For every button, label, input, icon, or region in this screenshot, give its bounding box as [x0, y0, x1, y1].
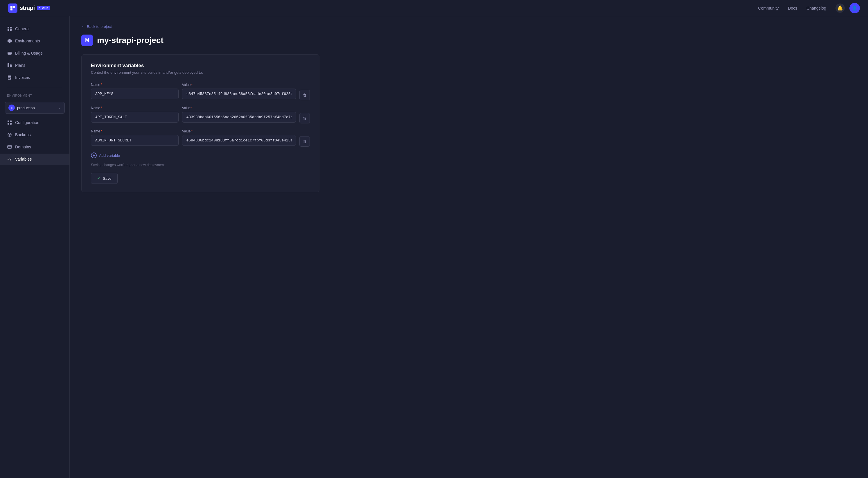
- sidebar-item-domains-label: Domains: [15, 145, 31, 149]
- svg-rect-1: [13, 6, 15, 8]
- env-section-label: Environment: [0, 93, 69, 100]
- sidebar-item-variables-label: Variables: [15, 157, 32, 161]
- back-to-project-link[interactable]: ← Back to project: [81, 24, 857, 29]
- variable-row-2: Name* Value* 🗑: [91, 106, 310, 123]
- svg-rect-17: [10, 121, 11, 122]
- svg-rect-6: [10, 29, 11, 31]
- var-value-group-3: Value*: [182, 129, 296, 146]
- trash-icon: 🗑: [303, 116, 307, 121]
- delete-variable-button-3[interactable]: 🗑: [300, 136, 310, 147]
- environments-icon: [7, 38, 12, 43]
- svg-rect-5: [7, 29, 9, 31]
- avatar[interactable]: 👤: [849, 3, 860, 13]
- env-variables-card: Environment variables Control the enviro…: [81, 54, 319, 192]
- var-name-input-3[interactable]: [91, 135, 179, 146]
- sidebar-item-invoices[interactable]: Invoices: [0, 72, 69, 83]
- var-value-input-3[interactable]: [182, 135, 296, 146]
- var-name-group-3: Name*: [91, 129, 179, 146]
- var-name-group-1: Name*: [91, 83, 179, 99]
- svg-rect-15: [8, 78, 10, 79]
- sidebar-item-configuration[interactable]: Configuration: [0, 117, 69, 128]
- general-icon: [7, 26, 12, 31]
- svg-rect-14: [8, 77, 11, 78]
- save-note: Saving changes won't trigger a new deplo…: [91, 163, 310, 167]
- svg-rect-16: [7, 121, 9, 122]
- arrow-left-icon: ←: [81, 24, 85, 29]
- required-asterisk: *: [101, 129, 102, 133]
- sidebar-item-plans[interactable]: Plans: [0, 60, 69, 71]
- svg-rect-10: [7, 63, 9, 67]
- backups-icon: [7, 132, 12, 137]
- sidebar-item-variables[interactable]: </> Variables: [0, 154, 69, 165]
- check-icon: ✓: [97, 176, 100, 181]
- avatar-initial: 👤: [852, 5, 858, 11]
- var-name-label-1: Name*: [91, 83, 179, 87]
- var-name-label-2: Name*: [91, 106, 179, 110]
- env-selector-icon: p: [8, 104, 15, 111]
- sidebar-item-backups[interactable]: Backups: [0, 129, 69, 140]
- save-button[interactable]: ✓ Save: [91, 173, 118, 184]
- sidebar-item-plans-label: Plans: [15, 63, 25, 68]
- var-value-input-2[interactable]: [182, 112, 296, 123]
- back-to-project-label: Back to project: [87, 24, 112, 29]
- sidebar-item-invoices-label: Invoices: [15, 75, 30, 80]
- sidebar-divider: [7, 88, 62, 88]
- notifications-button[interactable]: 🔔: [835, 3, 845, 13]
- sidebar-item-billing-label: Billing & Usage: [15, 51, 43, 56]
- svg-rect-21: [7, 146, 11, 149]
- svg-marker-7: [7, 39, 11, 43]
- var-value-group-1: Value*: [182, 83, 296, 99]
- env-selector-name: production: [17, 106, 56, 110]
- sidebar: General Environments Billing & Usage Pla…: [0, 16, 70, 478]
- delete-variable-button-2[interactable]: 🗑: [300, 113, 310, 123]
- sidebar-item-environments[interactable]: Environments: [0, 35, 69, 46]
- svg-rect-19: [10, 123, 11, 125]
- required-asterisk: *: [191, 83, 193, 87]
- invoices-icon: [7, 75, 12, 80]
- var-value-group-2: Value*: [182, 106, 296, 123]
- var-name-group-2: Name*: [91, 106, 179, 123]
- delete-variable-button-1[interactable]: 🗑: [300, 90, 310, 100]
- project-name: my-strapi-project: [97, 36, 163, 45]
- project-header: M my-strapi-project: [81, 35, 857, 46]
- svg-rect-3: [7, 27, 9, 28]
- nav-community-link[interactable]: Community: [758, 6, 779, 10]
- logo-area: strapi CLOUD: [8, 3, 50, 13]
- svg-rect-11: [10, 64, 11, 67]
- var-name-input-1[interactable]: [91, 89, 179, 99]
- variable-row-1: Name* Value* 🗑: [91, 83, 310, 100]
- required-asterisk: *: [101, 83, 102, 87]
- add-variable-button[interactable]: + Add variable: [91, 153, 120, 158]
- sidebar-item-backups-label: Backups: [15, 132, 31, 137]
- card-title: Environment variables: [91, 63, 310, 68]
- sidebar-item-domains[interactable]: Domains: [0, 141, 69, 153]
- add-variable-label: Add variable: [99, 153, 120, 158]
- required-asterisk: *: [191, 129, 193, 133]
- svg-rect-4: [10, 27, 11, 28]
- env-selector[interactable]: p production ⌄: [5, 102, 65, 114]
- sidebar-item-configuration-label: Configuration: [15, 120, 39, 125]
- sidebar-item-billing[interactable]: Billing & Usage: [0, 47, 69, 59]
- required-asterisk: *: [191, 106, 193, 110]
- project-initial: M: [81, 35, 93, 46]
- var-value-label-3: Value*: [182, 129, 296, 133]
- nav-changelog-link[interactable]: Changelog: [806, 6, 826, 10]
- domains-icon: [7, 144, 12, 150]
- topnav: strapi CLOUD Community Docs Changelog 🔔 …: [0, 0, 868, 16]
- svg-rect-18: [7, 123, 9, 125]
- variable-row-3: Name* Value* 🗑: [91, 129, 310, 147]
- plans-icon: [7, 63, 12, 68]
- var-name-label-3: Name*: [91, 129, 179, 133]
- var-name-input-2[interactable]: [91, 112, 179, 123]
- configuration-icon: [7, 120, 12, 125]
- save-button-label: Save: [103, 176, 112, 181]
- var-value-label-2: Value*: [182, 106, 296, 110]
- nav-docs-link[interactable]: Docs: [788, 6, 797, 10]
- sidebar-item-general[interactable]: General: [0, 23, 69, 34]
- svg-text:</>: </>: [7, 157, 12, 161]
- card-subtitle: Control the environment your site builds…: [91, 70, 310, 75]
- logo-icon: [8, 3, 18, 13]
- var-value-input-1[interactable]: [182, 89, 296, 99]
- trash-icon: 🗑: [303, 139, 307, 144]
- topnav-actions: 🔔 👤: [835, 3, 860, 13]
